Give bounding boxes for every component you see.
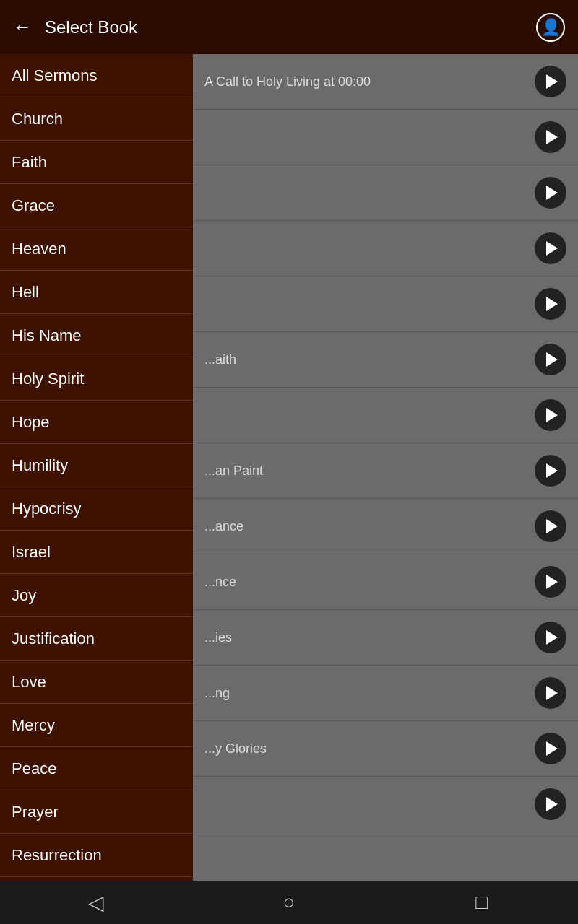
nav-back-button[interactable]: ◁ [74, 881, 118, 924]
sidebar-item-hell[interactable]: Hell [0, 271, 193, 314]
sidebar-item-justification[interactable]: Justification [0, 617, 193, 661]
play-button[interactable] [535, 788, 566, 820]
sidebar-item-heaven[interactable]: Heaven [0, 227, 193, 271]
sidebar-item-all-sermons[interactable]: All Sermons [0, 54, 193, 97]
sidebar: All SermonsChurchFaithGraceHeavenHellHis… [0, 54, 193, 881]
sidebar-item-israel[interactable]: Israel [0, 531, 193, 574]
sidebar-item-peace[interactable]: Peace [0, 747, 193, 790]
main-content: All SermonsChurchFaithGraceHeavenHellHis… [0, 54, 578, 881]
sermon-row: ...ng [193, 666, 578, 721]
sermon-title: ...aith [204, 352, 535, 367]
sidebar-item-grace[interactable]: Grace [0, 184, 193, 227]
account-button[interactable]: 👤 [536, 13, 565, 42]
sermon-title: ...an Paint [204, 463, 535, 479]
sermon-row: ...aith [193, 332, 578, 388]
play-button[interactable] [535, 510, 566, 542]
sermon-row [193, 388, 578, 443]
sidebar-item-love[interactable]: Love [0, 661, 193, 704]
play-button[interactable] [535, 399, 566, 431]
page-title: Select Book [45, 17, 536, 38]
sidebar-item-humility[interactable]: Humility [0, 444, 193, 487]
nav-recent-button[interactable]: □ [460, 881, 504, 924]
play-button[interactable] [535, 566, 566, 598]
nav-home-button[interactable]: ○ [267, 881, 311, 924]
sermon-list: A Call to Holy Living at 00:00...aith...… [193, 54, 578, 881]
top-bar: ← Select Book 👤 [0, 0, 578, 54]
play-button[interactable] [535, 455, 566, 487]
sidebar-item-his-name[interactable]: His Name [0, 314, 193, 357]
sermon-row: ...nce [193, 554, 578, 610]
bottom-nav: ◁ ○ □ [0, 881, 578, 924]
play-button[interactable] [535, 66, 566, 97]
sermon-row [193, 110, 578, 165]
sermon-row [193, 165, 578, 221]
sermon-title: ...y Glories [204, 741, 535, 757]
sermon-row: A Call to Holy Living at 00:00 [193, 54, 578, 110]
sidebar-item-prayer[interactable]: Prayer [0, 790, 193, 834]
sermon-row [193, 777, 578, 832]
sermon-title: ...ance [204, 519, 535, 534]
sermon-row: ...y Glories [193, 721, 578, 777]
sermon-title: ...nce [204, 575, 535, 590]
sidebar-item-mercy[interactable]: Mercy [0, 704, 193, 747]
sermon-title: A Call to Holy Living at 00:00 [204, 74, 535, 90]
sermon-title: ...ng [204, 686, 535, 701]
sermon-row [193, 276, 578, 332]
sermon-row: ...ance [193, 499, 578, 554]
sermon-row: ...ies [193, 610, 578, 666]
play-button[interactable] [535, 344, 566, 375]
sermon-title: ...ies [204, 630, 535, 645]
play-button[interactable] [535, 232, 566, 264]
sidebar-item-faith[interactable]: Faith [0, 141, 193, 184]
sidebar-item-resurrection[interactable]: Resurrection [0, 834, 193, 877]
play-button[interactable] [535, 177, 566, 209]
play-button[interactable] [535, 733, 566, 764]
play-button[interactable] [535, 288, 566, 320]
sidebar-item-church[interactable]: Church [0, 97, 193, 141]
sidebar-item-hope[interactable]: Hope [0, 401, 193, 444]
sidebar-item-holy-spirit[interactable]: Holy Spirit [0, 357, 193, 401]
sermon-row: ...an Paint [193, 443, 578, 499]
sidebar-item-joy[interactable]: Joy [0, 574, 193, 617]
sermon-row [193, 221, 578, 276]
play-button[interactable] [535, 677, 566, 709]
play-button[interactable] [535, 622, 566, 653]
back-button[interactable]: ← [13, 16, 32, 38]
play-button[interactable] [535, 121, 566, 153]
sidebar-item-hypocrisy[interactable]: Hypocrisy [0, 487, 193, 531]
